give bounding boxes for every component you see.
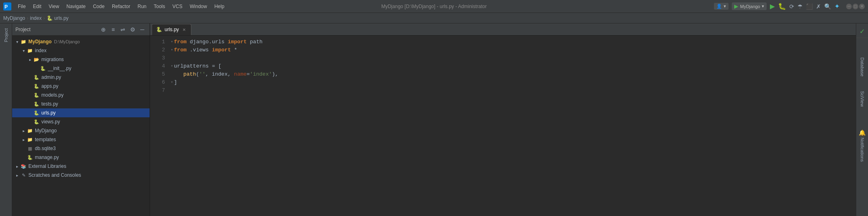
- py-icon-models: 🐍: [33, 92, 40, 98]
- tree-item-apps[interactable]: ▸ 🐍 apps.py: [12, 82, 150, 91]
- sidebar-item-database[interactable]: Database: [856, 54, 868, 80]
- tree-label-admin: admin.py: [41, 74, 61, 80]
- tab-urls-icon: 🐍: [156, 27, 162, 32]
- ai-button[interactable]: ✦: [834, 2, 840, 10]
- database-label[interactable]: Database: [860, 57, 865, 76]
- tab-urls-close[interactable]: ✕: [181, 27, 187, 32]
- debug-button[interactable]: 🐛: [778, 2, 786, 10]
- notifications-icon: 🔔: [859, 129, 866, 136]
- expand-arrow-scratches: ▸: [14, 172, 20, 178]
- tree-item-mydj[interactable]: ▾ 📁 MyDjango D:\MyDjango: [12, 37, 150, 46]
- py-icon-tests: 🐍: [33, 101, 40, 107]
- menu-run[interactable]: Run: [134, 2, 150, 11]
- tree-item-tests[interactable]: ▸ 🐍 tests.py: [12, 100, 150, 108]
- tree-item-urls[interactable]: ▸ 🐍 urls.py: [12, 108, 150, 117]
- run-button[interactable]: ▶: [770, 2, 775, 10]
- menu-vcs[interactable]: VCS: [169, 2, 186, 11]
- window-controls: ─ □ ✕: [846, 4, 865, 9]
- comma-1: ,: [206, 70, 212, 78]
- param-name: name: [234, 70, 246, 78]
- title-bar: P File Edit View Navigate Code Refactor …: [0, 0, 868, 13]
- tree-item-migrations[interactable]: ▸ 📂 migrations: [12, 55, 150, 64]
- tree-label-migrations: migrations: [41, 57, 64, 62]
- checkmark-icon: ✓: [859, 28, 865, 35]
- tree-label-index: index: [35, 48, 47, 53]
- stop-button[interactable]: ⬛: [806, 3, 813, 10]
- code-line-6: ▾ ]: [171, 78, 856, 87]
- breadcrumb-sep-1: ›: [27, 15, 28, 21]
- tree-label-db: db.sqlite3: [35, 146, 56, 151]
- expand-arrow-mydj: ▾: [14, 38, 20, 45]
- coverage-button[interactable]: ☂: [797, 3, 803, 10]
- lib-icon-extlibs: 📚: [20, 163, 27, 169]
- file-tree: ▾ 📁 MyDjango D:\MyDjango ▾ 📁 index ▸ 📂 m…: [12, 36, 150, 216]
- sidebar-item-notifications[interactable]: 🔔 Notifications: [856, 126, 868, 165]
- project-panel-label[interactable]: Project: [4, 25, 9, 45]
- profile-icon: 👤: [716, 4, 722, 9]
- search-everywhere-button[interactable]: 🔍: [824, 3, 831, 10]
- tree-label-urls: urls.py: [41, 110, 56, 116]
- add-content-icon[interactable]: ⊕: [99, 25, 107, 34]
- breadcrumb-root[interactable]: MyDjango: [3, 15, 25, 21]
- menu-file[interactable]: File: [15, 2, 29, 11]
- menu-tools[interactable]: Tools: [150, 2, 168, 11]
- code-line-5: path ( '' , index , name = 'index' ),: [171, 70, 856, 78]
- expand-collapse-icon[interactable]: ⇌: [119, 25, 127, 34]
- tree-item-db[interactable]: ▸ ▦ db.sqlite3: [12, 144, 150, 153]
- tree-item-extlibs[interactable]: ▸ 📚 External Libraries: [12, 162, 150, 171]
- menu-help[interactable]: Help: [211, 2, 228, 11]
- fold-arrow-1[interactable]: ▾: [171, 38, 173, 46]
- tree-item-admin[interactable]: ▸ 🐍 admin.py: [12, 73, 150, 82]
- code-editor[interactable]: 1 2 3 4 5 6 7 ▾ from django.urls import …: [150, 36, 856, 216]
- tree-label-scratches: Scratches and Consoles: [28, 172, 81, 178]
- fold-arrow-2[interactable]: ▾: [171, 46, 173, 54]
- fold-arrow-4[interactable]: ▾: [171, 62, 173, 70]
- var-urlpatterns: urlpatterns: [174, 62, 212, 70]
- py-icon-admin: 🐍: [33, 74, 40, 80]
- folder-icon-mydjango-sub: 📁: [27, 127, 33, 134]
- code-content[interactable]: ▾ from django.urls import path ▾ from .v…: [168, 36, 856, 216]
- checkmark-area: ✓: [856, 25, 868, 38]
- tree-item-models[interactable]: ▸ 🐍 models.py: [12, 91, 150, 100]
- code-line-4: ▾ urlpatterns = [: [171, 62, 856, 70]
- collapse-all-icon[interactable]: ≡: [109, 25, 117, 34]
- maximize-button[interactable]: □: [853, 4, 858, 9]
- tree-item-scratches[interactable]: ▸ ✎ Scratches and Consoles: [12, 171, 150, 180]
- tab-urls-py[interactable]: 🐍 urls.py ✕: [152, 24, 191, 35]
- xdebug-button[interactable]: ✗: [816, 3, 821, 10]
- menu-view[interactable]: View: [45, 2, 62, 11]
- folder-icon-mydj: 📁: [20, 38, 27, 45]
- tree-item-init[interactable]: ▸ 🐍 __init__.py: [12, 64, 150, 73]
- minimize-button[interactable]: ─: [846, 4, 852, 9]
- indent-5: [171, 70, 183, 78]
- tree-label-mydj: MyDjango: [28, 39, 51, 44]
- profile-run-button[interactable]: ⟳: [789, 3, 794, 10]
- run-configuration[interactable]: ▶ MyDjango ▾: [732, 2, 767, 10]
- tree-item-views[interactable]: ▸ 🐍 views.py: [12, 117, 150, 126]
- tree-item-manage[interactable]: ▸ 🐍 manage.py: [12, 153, 150, 162]
- str-index: 'index': [250, 70, 272, 78]
- sciview-label[interactable]: SciView: [860, 91, 865, 107]
- module-views: .views: [190, 46, 212, 54]
- menu-refactor[interactable]: Refactor: [109, 2, 133, 11]
- menu-window[interactable]: Window: [186, 2, 210, 11]
- tree-item-mydjango-sub[interactable]: ▸ 📁 MyDjango: [12, 126, 150, 135]
- tree-item-index[interactable]: ▾ 📁 index: [12, 46, 150, 55]
- breadcrumb-index[interactable]: index: [30, 15, 42, 21]
- tree-item-templates[interactable]: ▸ 📁 templates: [12, 135, 150, 144]
- notifications-label[interactable]: Notifications: [860, 138, 865, 162]
- star-import: *: [234, 46, 237, 54]
- empty-line-7: [171, 87, 174, 95]
- breadcrumb-sep-2: ›: [43, 15, 45, 21]
- close-button[interactable]: ✕: [859, 4, 865, 9]
- menu-navigate[interactable]: Navigate: [63, 2, 89, 11]
- hide-panel-icon[interactable]: ─: [138, 25, 146, 34]
- menu-edit[interactable]: Edit: [30, 2, 45, 11]
- sidebar-item-sciview[interactable]: SciView: [856, 88, 868, 110]
- settings-icon[interactable]: ⚙: [129, 25, 137, 34]
- profile-button[interactable]: 👤 ▾: [714, 3, 729, 10]
- breadcrumb-urls[interactable]: urls.py: [54, 15, 69, 21]
- tree-label-extlibs: External Libraries: [28, 163, 66, 169]
- fold-arrow-6[interactable]: ▾: [171, 78, 173, 87]
- menu-code[interactable]: Code: [90, 2, 108, 11]
